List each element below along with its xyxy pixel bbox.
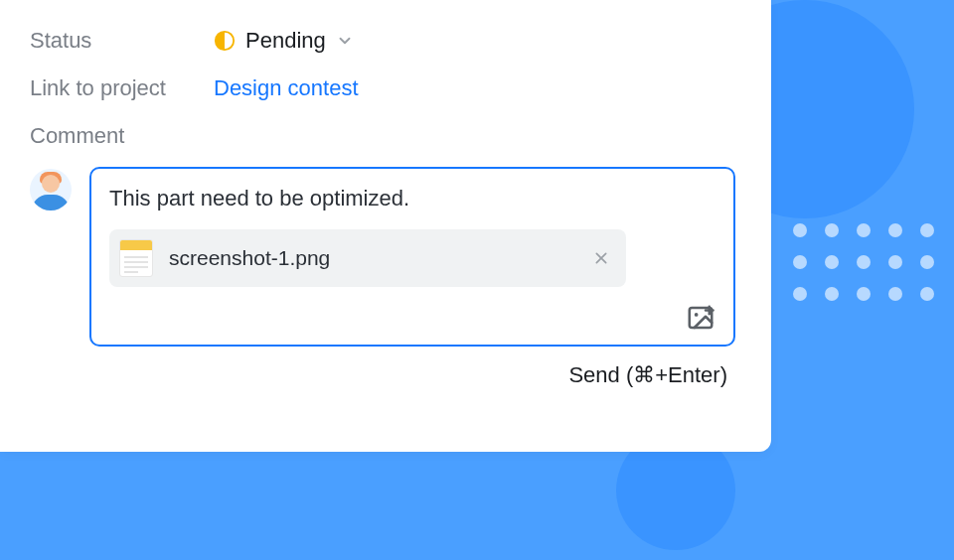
comment-row: This part need to be optimized. screensh… xyxy=(30,167,735,347)
comment-textarea[interactable]: This part need to be optimized. xyxy=(109,185,716,213)
comment-box-footer xyxy=(109,303,716,333)
comment-input-box[interactable]: This part need to be optimized. screensh… xyxy=(89,167,735,347)
avatar xyxy=(30,169,72,210)
send-button[interactable]: Send (⌘+Enter) xyxy=(568,362,727,388)
status-label: Status xyxy=(30,28,214,54)
page-background: Status Pending Link to project Design co… xyxy=(0,0,954,560)
send-row: Send (⌘+Enter) xyxy=(30,362,735,388)
attachment-chip: screenshot-1.png xyxy=(109,229,626,287)
attachment-thumbnail xyxy=(119,239,153,277)
link-to-project-row: Link to project Design contest xyxy=(30,75,735,101)
link-to-project-label: Link to project xyxy=(30,75,214,101)
decorative-dot-grid xyxy=(793,223,934,301)
form-card: Status Pending Link to project Design co… xyxy=(0,0,771,452)
chevron-down-icon xyxy=(336,32,354,50)
close-icon xyxy=(593,250,609,266)
half-circle-icon xyxy=(214,30,236,52)
image-add-icon xyxy=(686,303,716,333)
project-link[interactable]: Design contest xyxy=(214,75,359,101)
status-dropdown[interactable]: Pending xyxy=(214,28,354,54)
attachment-filename: screenshot-1.png xyxy=(169,246,574,270)
svg-point-4 xyxy=(695,313,699,317)
status-value: Pending xyxy=(245,28,326,54)
attachment-remove-button[interactable] xyxy=(590,247,612,269)
comment-label: Comment xyxy=(30,123,735,149)
add-image-button[interactable] xyxy=(686,303,716,333)
status-row: Status Pending xyxy=(30,28,735,54)
